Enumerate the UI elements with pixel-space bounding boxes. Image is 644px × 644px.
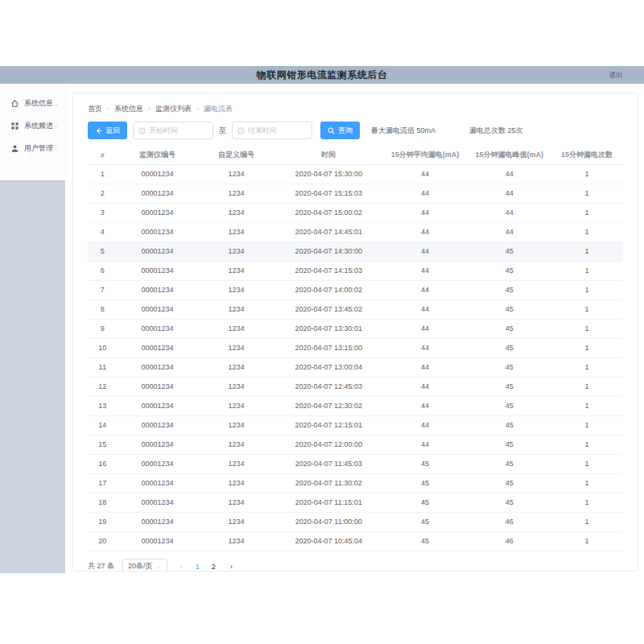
table-cell: 46 [468, 531, 551, 551]
table-row[interactable]: 170000123412342020-04-07 11:30:0245451 [88, 473, 623, 493]
breadcrumb-item-leak-table: 漏电流表 [204, 104, 233, 114]
table-cell: 1234 [197, 299, 275, 319]
table-row[interactable]: 10000123412342020-04-07 15:30:0044441 [88, 164, 623, 184]
start-time-input[interactable] [133, 122, 213, 139]
table-row[interactable]: 20000123412342020-04-07 15:15:0344441 [88, 184, 623, 203]
page-title: 物联网钳形电流监测系统后台 [257, 68, 388, 82]
table-cell: 1234 [197, 261, 275, 280]
table-row[interactable]: 80000123412342020-04-07 13:45:0244451 [88, 299, 623, 319]
table-cell: 1234 [197, 280, 275, 299]
table-row[interactable]: 160000123412342020-04-07 11:45:0345451 [88, 454, 623, 473]
table-cell: 45 [382, 512, 468, 531]
back-button[interactable]: 返回 [88, 122, 127, 139]
table-cell: 00001234 [118, 415, 198, 435]
table-cell: 1 [551, 261, 623, 280]
query-button[interactable]: 查询 [320, 122, 360, 139]
table-cell: 1 [88, 164, 118, 184]
table-cell: 9 [88, 319, 118, 338]
table-cell: 1234 [197, 473, 275, 493]
table-row[interactable]: 200000123412342020-04-07 10:45:0445461 [88, 531, 623, 551]
max-leak-value: 最大漏电流值 50mA [371, 126, 436, 136]
table-cell: 44 [382, 396, 468, 415]
table-row[interactable]: 150000123412342020-04-07 12:00:0044451 [88, 435, 623, 454]
col-header-avg-leak: 15分钟平均漏电(mA) [382, 147, 468, 164]
breadcrumb-separator-icon: › [148, 105, 151, 113]
table-cell: 1234 [197, 184, 275, 203]
table-cell: 1 [551, 319, 623, 338]
table-row[interactable]: 130000123412342020-04-07 12:30:0244451 [88, 396, 623, 415]
table-cell: 45 [382, 454, 468, 473]
table-cell: 00001234 [118, 184, 198, 203]
breadcrumb-item-home[interactable]: 首页 [88, 104, 102, 114]
page-size-select[interactable]: 20条/页 ⌄ [122, 559, 167, 572]
page-number-list: 12 [185, 563, 217, 571]
start-time-field[interactable] [149, 126, 208, 134]
table-cell: 1 [551, 415, 623, 435]
next-page-button[interactable]: › [227, 563, 235, 571]
table-cell: 00001234 [118, 531, 198, 551]
table-row[interactable]: 90000123412342020-04-07 13:30:0144451 [88, 319, 623, 338]
table-cell: 1234 [197, 493, 275, 512]
table-cell: 00001234 [118, 473, 198, 493]
table-cell: 1 [551, 280, 623, 299]
table-row[interactable]: 190000123412342020-04-07 11:00:0045461 [88, 512, 623, 531]
page-number-button[interactable]: 1 [193, 563, 201, 571]
table-row[interactable]: 100000123412342020-04-07 13:15:0044451 [88, 338, 623, 357]
table-cell: 00001234 [118, 261, 198, 280]
sidebar-item-system-info[interactable]: 系统信息 ⌄ [0, 92, 65, 114]
table-cell: 45 [468, 493, 551, 512]
table-row[interactable]: 40000123412342020-04-07 14:45:0144441 [88, 222, 623, 242]
search-icon [328, 127, 335, 134]
table-cell: 1234 [197, 377, 275, 396]
sidebar-menu-panel: 系统信息 ⌄ 系统频道 ⌄ 用户管理 ⌄ [0, 84, 65, 180]
table-cell: 00001234 [118, 299, 198, 319]
table-cell: 2 [88, 184, 118, 203]
table-row[interactable]: 140000123412342020-04-07 12:15:0144451 [88, 415, 623, 435]
col-header-time: 时间 [275, 147, 382, 164]
table-cell: 1234 [197, 454, 275, 473]
table-cell: 10 [88, 338, 118, 357]
table-cell: 1234 [197, 338, 275, 357]
table-cell: 1234 [197, 531, 275, 551]
table-cell: 1 [551, 184, 623, 203]
table-cell: 00001234 [118, 493, 198, 512]
table-cell: 2020-04-07 12:00:00 [275, 435, 382, 454]
sidebar-item-user-management[interactable]: 用户管理 ⌄ [0, 137, 65, 159]
table-cell: 44 [382, 377, 468, 396]
table-cell: 00001234 [118, 435, 198, 454]
table-row[interactable]: 50000123412342020-04-07 14:30:0044451 [88, 242, 623, 261]
table-cell: 00001234 [118, 512, 198, 531]
table-row[interactable]: 60000123412342020-04-07 14:15:0344451 [88, 261, 623, 280]
logout-button[interactable]: 退出 [609, 66, 623, 84]
table-cell: 2020-04-07 13:30:01 [275, 319, 382, 338]
leak-current-table: # 监测仪编号 自定义编号 时间 15分钟平均漏电(mA) 15分钟漏电峰值(m… [88, 147, 623, 551]
table-cell: 2020-04-07 14:00:02 [275, 280, 382, 299]
prev-page-button[interactable]: ‹ [177, 563, 185, 571]
table-cell: 45 [382, 493, 468, 512]
table-cell: 1 [551, 531, 623, 551]
table-cell: 45 [468, 338, 551, 357]
table-cell: 6 [88, 261, 118, 280]
breadcrumb-item-monitor-list[interactable]: 监测仪列表 [155, 104, 192, 114]
sidebar-item-label: 用户管理 [24, 143, 53, 154]
table-cell: 2020-04-07 13:00:04 [275, 357, 382, 377]
table-cell: 44 [382, 222, 468, 242]
table-row[interactable]: 110000123412342020-04-07 13:00:0444451 [88, 357, 623, 377]
table-row[interactable]: 120000123412342020-04-07 12:45:0344451 [88, 377, 623, 396]
table-row[interactable]: 30000123412342020-04-07 15:00:0244441 [88, 203, 623, 222]
table-cell: 44 [382, 357, 468, 377]
sidebar-item-system-channel[interactable]: 系统频道 ⌄ [0, 114, 65, 137]
end-time-input[interactable] [232, 122, 312, 139]
table-cell: 2020-04-07 12:15:01 [275, 415, 382, 435]
table-row[interactable]: 70000123412342020-04-07 14:00:0244451 [88, 280, 623, 299]
chevron-down-icon: ⌄ [157, 564, 163, 569]
table-cell: 1234 [197, 222, 275, 242]
table-cell: 4 [88, 222, 118, 242]
breadcrumb-item-system-info[interactable]: 系统信息 [114, 104, 143, 114]
table-cell: 16 [88, 454, 118, 473]
table-row[interactable]: 180000123412342020-04-07 11:15:0145451 [88, 493, 623, 512]
table-cell: 2020-04-07 15:00:02 [275, 203, 382, 222]
page-number-button[interactable]: 2 [209, 563, 217, 571]
end-time-field[interactable] [248, 126, 307, 134]
home-icon [10, 99, 19, 108]
